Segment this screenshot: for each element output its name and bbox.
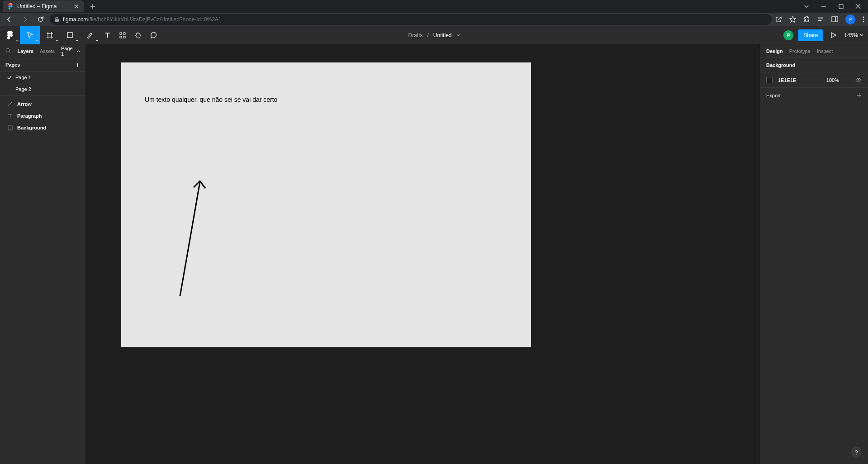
color-swatch[interactable] [766, 77, 773, 83]
background-hex[interactable]: 1E1E1E [778, 77, 796, 83]
page-name: Page 2 [15, 86, 31, 92]
forward-button[interactable] [19, 14, 31, 25]
background-section-header: Background [760, 58, 868, 72]
layer-label: Background [17, 125, 46, 130]
hand-tool[interactable] [130, 26, 146, 44]
check-icon [7, 76, 12, 79]
reading-list-icon[interactable] [817, 16, 824, 23]
url-host: figma.com [63, 16, 88, 23]
svg-rect-12 [123, 36, 125, 38]
back-button[interactable] [4, 14, 15, 25]
assets-tab[interactable]: Assets [40, 48, 55, 54]
browser-profile-avatar[interactable]: P [845, 14, 855, 24]
shape-tool[interactable] [60, 26, 80, 44]
svg-point-7 [10, 34, 13, 37]
figma-favicon-icon [7, 3, 14, 10]
text-tool[interactable] [100, 26, 115, 44]
close-tab-icon[interactable] [73, 3, 80, 10]
chevron-down-icon[interactable] [803, 3, 810, 10]
svg-rect-9 [120, 33, 122, 34]
new-tab-button[interactable] [87, 0, 99, 12]
zoom-control[interactable]: 145% [844, 32, 863, 38]
svg-rect-11 [120, 36, 122, 38]
page-row-2[interactable]: Page 2 [0, 83, 85, 95]
zoom-value: 145% [844, 32, 858, 38]
frame-tool[interactable] [40, 26, 60, 44]
main-menu-button[interactable] [0, 26, 20, 44]
minimize-icon[interactable] [820, 3, 827, 10]
close-window-icon[interactable] [854, 3, 862, 10]
pages-label: Pages [5, 62, 20, 67]
rect-icon [7, 125, 13, 130]
svg-rect-1 [839, 5, 843, 9]
extensions-icon[interactable] [803, 16, 810, 23]
reload-button[interactable] [34, 14, 46, 25]
svg-rect-10 [123, 33, 125, 34]
left-panel-header: Layers Assets Page 1 [0, 44, 85, 58]
svg-point-4 [863, 16, 864, 18]
text-icon [7, 113, 13, 119]
browser-menu-icon[interactable] [863, 16, 864, 23]
layer-label: Arrow [17, 101, 32, 107]
background-label: Background [766, 62, 795, 68]
svg-point-6 [863, 21, 864, 22]
background-frame[interactable]: Um texto qualquer, que não sei se vai da… [121, 62, 531, 347]
search-icon[interactable] [5, 48, 11, 54]
add-export-button[interactable] [857, 93, 862, 98]
prototype-tab[interactable]: Prototype [789, 48, 811, 54]
url-input[interactable]: figma.com/file/hch8YIklrYbU3raDzjPvCz/Un… [50, 14, 772, 25]
add-page-button[interactable] [75, 62, 80, 67]
maximize-icon[interactable] [837, 3, 844, 10]
side-panel-icon[interactable] [831, 16, 838, 23]
layers-tab[interactable]: Layers [18, 48, 33, 54]
export-section[interactable]: Export [760, 88, 868, 103]
bookmark-icon[interactable] [789, 16, 796, 23]
visibility-toggle-icon[interactable] [855, 78, 862, 82]
browser-tab-strip: Untitled – Figma [0, 0, 868, 13]
arrow-shape[interactable] [175, 179, 212, 297]
lock-icon [54, 17, 59, 22]
browser-tab[interactable]: Untitled – Figma [3, 0, 84, 12]
layer-row-arrow[interactable]: Arrow [0, 98, 85, 110]
background-color-row[interactable]: 1E1E1E 100% [760, 72, 868, 88]
breadcrumb-doc[interactable]: Untitled [433, 32, 452, 38]
comment-tool[interactable] [146, 26, 161, 44]
svg-rect-8 [67, 33, 72, 38]
page-selector[interactable]: Page 1 [61, 46, 80, 57]
browser-tab-title: Untitled – Figma [17, 3, 70, 10]
document-breadcrumb: Drafts / Untitled [408, 32, 460, 38]
svg-rect-14 [8, 126, 12, 130]
right-panel: Design Prototype Inspect Background 1E1E… [759, 44, 868, 464]
svg-rect-2 [55, 19, 59, 22]
design-tab[interactable]: Design [766, 48, 783, 54]
page-row-1[interactable]: Page 1 [0, 72, 85, 83]
svg-rect-3 [832, 17, 838, 22]
move-tool[interactable] [20, 26, 40, 44]
layers-list: Arrow Paragraph Background [0, 95, 85, 134]
layer-label: Paragraph [17, 113, 42, 119]
layer-row-paragraph[interactable]: Paragraph [0, 110, 85, 122]
layer-row-background[interactable]: Background [0, 122, 85, 134]
window-controls [803, 3, 868, 10]
pen-tool[interactable] [80, 26, 100, 44]
present-button[interactable] [828, 26, 840, 44]
background-opacity[interactable]: 100% [826, 77, 839, 83]
help-button[interactable]: ? [851, 447, 862, 458]
main-area: Layers Assets Page 1 Pages Page 1 Page 2… [0, 44, 868, 464]
browser-address-bar: figma.com/file/hch8YIklrYbU3raDzjPvCz/Un… [0, 13, 868, 26]
user-avatar[interactable]: P [783, 30, 793, 40]
figma-toolbar: Drafts / Untitled P Share 145% [0, 26, 868, 44]
right-panel-tabs: Design Prototype Inspect [760, 44, 868, 58]
canvas[interactable]: Um texto qualquer, que não sei se vai da… [86, 44, 759, 464]
share-button[interactable]: Share [798, 29, 823, 41]
inspect-tab[interactable]: Inspect [817, 48, 833, 54]
breadcrumb-separator: / [427, 32, 428, 38]
chevron-down-icon[interactable] [456, 34, 460, 36]
svg-point-15 [858, 79, 859, 81]
paragraph-text[interactable]: Um texto qualquer, que não sei se vai da… [145, 96, 277, 103]
share-url-icon[interactable] [775, 16, 782, 23]
resources-tool[interactable] [115, 26, 130, 44]
pages-section-header: Pages [0, 58, 85, 72]
page-name: Page 1 [15, 75, 31, 80]
breadcrumb-parent[interactable]: Drafts [408, 32, 422, 38]
